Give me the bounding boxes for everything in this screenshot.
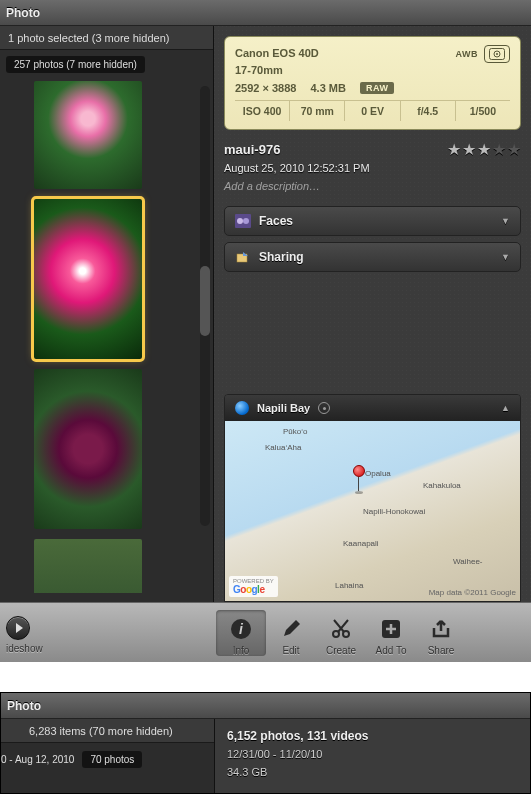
ev-cell: 0 EV <box>345 101 400 121</box>
main-area: 1 photo selected (3 more hidden) 257 pho… <box>0 26 531 602</box>
edit-label: Edit <box>282 645 299 656</box>
thumbnail-list[interactable] <box>0 73 213 593</box>
star-icon[interactable]: ★ <box>507 140 521 159</box>
star-icon[interactable]: ★ <box>477 140 491 159</box>
raw-badge: RAW <box>360 82 395 94</box>
map-label: Pūko‘o <box>283 427 307 436</box>
google-badge: POWERED BY Google <box>229 576 278 597</box>
map-label: Opalua <box>365 469 391 478</box>
description-field[interactable]: Add a description… <box>224 180 521 192</box>
thumbnail-selected[interactable] <box>34 199 142 359</box>
selection-summary: 1 photo selected (3 more hidden) <box>0 26 213 50</box>
map-section: Napili Bay ▲ Pūko‘o Kalua‘Aha Opalua Kah… <box>224 394 521 602</box>
library-panel: Photo 6,283 items (70 more hidden) 0 - A… <box>0 692 531 794</box>
library-dates: 12/31/00 - 11/20/10 <box>227 746 518 764</box>
add-to-label: Add To <box>376 645 407 656</box>
map-label: Waihee- <box>453 557 483 566</box>
svg-point-2 <box>496 53 498 55</box>
chevron-down-icon: ▼ <box>501 216 510 226</box>
scrollbar-thumb[interactable] <box>200 266 210 336</box>
share-label: Share <box>428 645 455 656</box>
map-label: Napili-Honokowai <box>363 507 425 516</box>
photo-date: August 25, 2010 12:52:31 PM <box>224 162 521 174</box>
scissors-icon <box>328 616 354 642</box>
white-balance: AWB <box>456 49 479 59</box>
star-icon[interactable]: ★ <box>447 140 461 159</box>
thumbnail-sidebar: 1 photo selected (3 more hidden) 257 pho… <box>0 26 214 602</box>
star-icon[interactable]: ★ <box>462 140 476 159</box>
panel-title: Photo <box>1 693 530 719</box>
metering-icon <box>484 45 510 63</box>
panel-title: Photo <box>0 0 531 26</box>
selection-summary: 6,283 items (70 more hidden) <box>1 719 214 743</box>
star-icon[interactable]: ★ <box>492 140 506 159</box>
add-to-button[interactable]: Add To <box>366 610 416 656</box>
scrollbar[interactable] <box>200 86 210 526</box>
sharing-icon <box>235 250 251 264</box>
date-range: 0 - Aug 12, 2010 <box>1 754 74 765</box>
shutter-cell: 1/500 <box>456 101 510 121</box>
map-label: Lahaina <box>335 581 363 590</box>
map-copyright: Map data ©2011 Google <box>429 588 516 597</box>
dimensions: 2592 × 3888 <box>235 82 296 94</box>
map-label: Kalua‘Aha <box>265 443 301 452</box>
globe-icon <box>235 401 249 415</box>
lens: 17-70mm <box>235 62 319 79</box>
locate-icon[interactable] <box>318 402 330 414</box>
thumbnail[interactable] <box>34 81 142 189</box>
edit-button[interactable]: Edit <box>266 610 316 656</box>
create-label: Create <box>326 645 356 656</box>
filesize: 4.3 MB <box>310 82 345 94</box>
map-label: Kahakuloa <box>423 481 461 490</box>
chevron-down-icon: ▼ <box>501 252 510 262</box>
location-name: Napili Bay <box>257 402 310 414</box>
create-button[interactable]: Create <box>316 610 366 656</box>
info-icon: i <box>228 616 254 642</box>
info-panel: Photo 1 photo selected (3 more hidden) 2… <box>0 0 531 662</box>
faces-label: Faces <box>259 214 293 228</box>
photo-count-bubble: 70 photos <box>82 751 142 768</box>
slideshow-label: ideshow <box>6 643 43 654</box>
library-size: 34.3 GB <box>227 764 518 782</box>
focal-cell: 70 mm <box>290 101 345 121</box>
map-header[interactable]: Napili Bay ▲ <box>225 395 520 421</box>
plus-icon <box>378 616 404 642</box>
slideshow-button[interactable] <box>6 616 30 640</box>
library-sidebar: 6,283 items (70 more hidden) 0 - Aug 12,… <box>1 719 215 793</box>
aperture-cell: f/4.5 <box>401 101 456 121</box>
exif-box: Canon EOS 40D 17-70mm AWB 2592 × 3888 4.… <box>224 36 521 130</box>
rating-stars[interactable]: ★ ★ ★ ★ ★ <box>447 140 521 159</box>
svg-point-4 <box>237 218 243 224</box>
library-summary: 6,152 photos, 131 videos 12/31/00 - 11/2… <box>215 719 530 793</box>
sharing-section[interactable]: Sharing ▼ <box>224 242 521 272</box>
info-button[interactable]: i Info <box>216 610 266 656</box>
map[interactable]: Pūko‘o Kalua‘Aha Opalua Kahakuloa Napili… <box>225 421 520 601</box>
thumbnail[interactable] <box>34 539 142 593</box>
share-icon <box>428 616 454 642</box>
info-label: Info <box>233 645 250 656</box>
exif-strip: ISO 400 70 mm 0 EV f/4.5 1/500 <box>235 100 510 121</box>
pencil-icon <box>278 616 304 642</box>
faces-section[interactable]: Faces ▼ <box>224 206 521 236</box>
map-label: Kaanapali <box>343 539 379 548</box>
library-count: 6,152 photos, 131 videos <box>227 727 518 746</box>
svg-point-5 <box>243 218 249 224</box>
faces-icon <box>235 214 251 228</box>
camera-model: Canon EOS 40D <box>235 45 319 62</box>
sharing-label: Sharing <box>259 250 304 264</box>
photo-title[interactable]: maui-976 <box>224 142 280 157</box>
info-pane: Canon EOS 40D 17-70mm AWB 2592 × 3888 4.… <box>214 26 531 602</box>
thumbnail[interactable] <box>34 369 142 529</box>
bottom-toolbar: ideshow i Info Edit Create <box>0 602 531 662</box>
photo-count-bubble: 257 photos (7 more hidden) <box>6 56 145 73</box>
chevron-up-icon: ▲ <box>501 403 510 413</box>
map-pin-icon <box>353 465 365 494</box>
share-button[interactable]: Share <box>416 610 466 656</box>
iso-cell: ISO 400 <box>235 101 290 121</box>
